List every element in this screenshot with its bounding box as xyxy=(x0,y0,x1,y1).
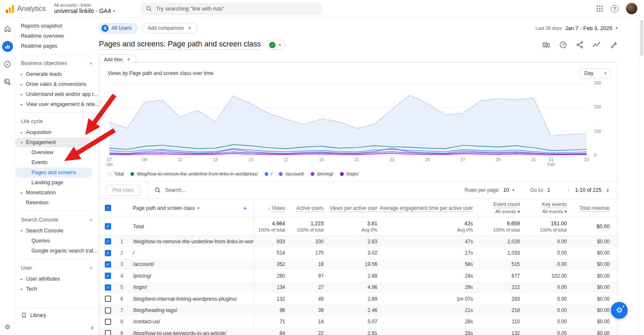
sidebar-item-engagement[interactable]: ▾Engagement xyxy=(15,137,92,147)
table-search-input[interactable] xyxy=(165,187,291,193)
reports-icon[interactable] xyxy=(2,41,13,52)
row-checkbox[interactable]: − xyxy=(105,205,111,211)
scrollbar-thumb[interactable] xyxy=(640,20,643,56)
advertising-icon[interactable] xyxy=(2,76,13,87)
section-header-life-cycle[interactable]: Life cycle∧ xyxy=(15,116,99,127)
row-checkbox[interactable] xyxy=(105,330,111,335)
column-header-event-count[interactable]: Event countAll events ▾ xyxy=(475,201,522,214)
collapse-sidebar-icon[interactable]: « xyxy=(91,324,94,331)
metric-cell: 1m 07s xyxy=(379,296,475,302)
granularity-select[interactable]: Day ▾ xyxy=(580,68,610,78)
total-cell: 42sAvg 0% xyxy=(379,221,475,232)
row-checkbox[interactable] xyxy=(105,319,111,325)
avatar[interactable] xyxy=(626,3,637,14)
sidebar-item-reports-snapshot[interactable]: Reports snapshot xyxy=(15,21,92,31)
section-header-search-console[interactable]: Search Console∧ xyxy=(15,214,99,226)
home-icon[interactable] xyxy=(2,23,13,34)
app-header: Analytics All accounts › linkilo univers… xyxy=(0,0,644,18)
help-icon[interactable]: ? xyxy=(611,5,618,13)
table-row: 7/blog/heading-tags/96392.4621s2180.00$0… xyxy=(99,304,617,316)
global-search[interactable] xyxy=(141,3,322,15)
speed-gauge-icon[interactable] xyxy=(559,41,567,49)
metric-cell: $0.00 xyxy=(569,330,617,335)
dimension-header-label: Page path and screen class xyxy=(133,205,195,211)
row-checkbox[interactable]: ✓ xyxy=(105,284,111,291)
legend-item-total: Total xyxy=(108,171,124,176)
share-icon[interactable] xyxy=(576,41,584,49)
all-events-filter[interactable]: All events ▾ xyxy=(475,209,520,214)
prev-page-icon[interactable]: ‹ xyxy=(566,186,571,194)
sidebar-item-acquisition[interactable]: ▸Acquisition xyxy=(15,127,92,137)
next-page-icon[interactable]: › xyxy=(605,186,610,194)
sidebar-item-events[interactable]: Events xyxy=(15,157,92,168)
dimension-header[interactable]: Page path and screen class ▾＋ xyxy=(132,199,254,217)
date-range-picker[interactable]: Last 28 days Jan 7 - Feb 3, 2025 ▾ xyxy=(535,25,639,31)
sidebar-item-tech[interactable]: ▸Tech xyxy=(15,284,92,294)
sidebar-item-user-attributes[interactable]: ▸User attributes xyxy=(15,274,92,284)
table-search[interactable] xyxy=(155,187,465,193)
column-header-views[interactable]: ↓ Views xyxy=(254,205,287,211)
all-events-filter[interactable]: All events ▾ xyxy=(522,209,567,214)
section-header-user[interactable]: User∧ xyxy=(15,262,99,274)
sidebar-item-label: Realtime overview xyxy=(21,33,64,39)
report-status-badge[interactable]: ✓ ▾ xyxy=(265,40,286,50)
sidebar-item-retention[interactable]: Retention xyxy=(15,198,92,208)
edit-pencil-icon[interactable] xyxy=(610,41,618,49)
pagination-range: 1-10 of 225 xyxy=(575,187,601,193)
metric-cell: 134 xyxy=(254,284,287,290)
sidebar-nav: Reports snapshotRealtime overviewRealtim… xyxy=(15,21,99,294)
metric-cell: 515 xyxy=(475,261,522,267)
column-header-key-events[interactable]: Key eventsAll events ▾ xyxy=(522,201,569,214)
go-to-value[interactable]: 1 xyxy=(547,187,550,193)
sidebar-item-drive-sales-conversions[interactable]: ▸Drive sales & conversions xyxy=(15,79,92,89)
column-header-views-per-active-user[interactable]: Views per active user xyxy=(325,205,379,211)
page-path: /blog/best-internal-linking-wordpress-pl… xyxy=(132,293,254,304)
row-checkbox[interactable]: ✓ xyxy=(105,273,111,279)
account-switcher[interactable]: All accounts › linkilo universal linkilo… xyxy=(54,3,115,15)
row-checkbox[interactable]: ✓ xyxy=(105,223,111,229)
chevron-down-icon[interactable]: ▾ xyxy=(512,188,514,192)
sidebar-item-realtime-overview[interactable]: Realtime overview xyxy=(15,31,92,41)
explore-icon[interactable] xyxy=(2,59,13,70)
sidebar-item-overview[interactable]: Overview xyxy=(15,147,92,157)
sidebar-item-view-user-engagement-rete[interactable]: ▸View user engagement & rete... xyxy=(15,99,92,109)
column-header-total-revenue[interactable]: Total revenue xyxy=(569,205,617,211)
analytics-logo[interactable]: Analytics xyxy=(0,5,52,13)
row-number: 8 xyxy=(118,319,132,325)
section-header-business-objectives[interactable]: Business objectives∧ xyxy=(15,57,99,69)
add-comparison-chip[interactable]: Add comparison ＋ xyxy=(142,23,198,34)
table-pagination: Rows per page: 10 ▾ Go to: 1 ‹ 1-10 of 2… xyxy=(465,186,610,194)
rows-per-page-value[interactable]: 10 xyxy=(503,187,509,193)
insights-fab[interactable]: ⚙ ✦ xyxy=(611,302,628,319)
plot-rows-button[interactable]: Plot rows xyxy=(106,185,140,196)
sidebar-item-landing-page[interactable]: Landing page xyxy=(15,178,92,188)
sidebar-item-library[interactable]: Library xyxy=(15,308,99,322)
sidebar-item-pages-and-screens[interactable]: Pages and screens xyxy=(15,168,92,178)
row-checkbox[interactable] xyxy=(105,296,111,302)
total-subtext: Avg 0% xyxy=(325,227,377,232)
sidebar-item-generate-leads[interactable]: ▸Generate leads xyxy=(15,69,92,79)
column-header-average-engagement-time-per-active-user[interactable]: Average engagement time per active user xyxy=(379,205,475,211)
global-search-input[interactable] xyxy=(156,5,317,12)
page-scrollbar[interactable] xyxy=(639,18,644,335)
sidebar-item-monetization[interactable]: ▸Monetization xyxy=(15,188,92,198)
sidebar-item-search-console[interactable]: ▾Search Console xyxy=(15,226,92,236)
sidebar-item-google-organic-search-traf[interactable]: Google organic search traf... xyxy=(15,246,92,256)
row-checkbox[interactable]: ✓ xyxy=(105,238,111,245)
insights-icon[interactable] xyxy=(593,41,601,49)
row-checkbox[interactable]: ✓ xyxy=(105,250,111,256)
apps-grid-icon[interactable] xyxy=(596,5,603,12)
divider xyxy=(21,211,92,211)
column-header-active-users[interactable]: Active users xyxy=(287,205,325,211)
row-checkbox[interactable] xyxy=(105,307,111,314)
row-checkbox[interactable]: ✓ xyxy=(105,261,111,268)
compare-icon[interactable] xyxy=(543,41,550,49)
sidebar-item-understand-web-and-or-app-t[interactable]: ▸Understand web and/or app t... xyxy=(15,89,92,99)
sidebar-item-realtime-pages[interactable]: Realtime pages xyxy=(15,41,92,51)
sidebar-item-queries[interactable]: Queries xyxy=(15,236,92,246)
admin-gear-icon[interactable]: ⚙ xyxy=(0,323,15,331)
add-dimension-icon[interactable]: ＋ xyxy=(242,203,249,213)
x-axis-label: 13 xyxy=(213,157,218,162)
all-users-chip[interactable]: A All Users xyxy=(99,23,138,34)
total-value: 151.00 xyxy=(551,221,567,227)
